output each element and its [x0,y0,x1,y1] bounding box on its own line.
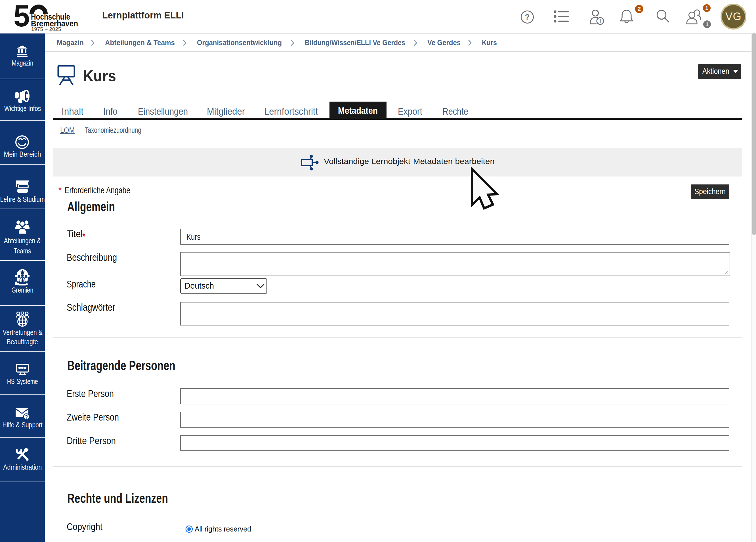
svg-text:5: 5 [14,2,30,33]
svg-text:!: ! [599,18,601,24]
svg-text:?: ? [25,414,28,420]
svg-text:?: ? [525,13,530,21]
svg-text:1975 – 2025: 1975 – 2025 [31,26,62,32]
